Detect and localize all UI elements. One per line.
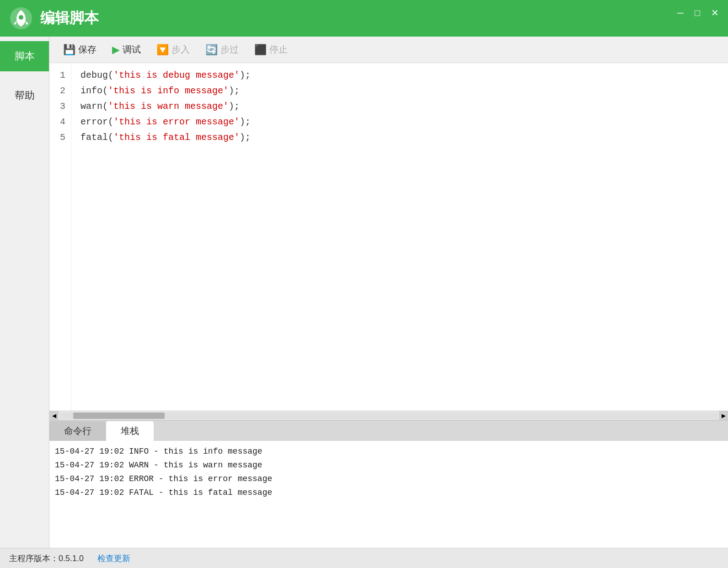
app-logo	[9, 6, 33, 30]
sidebar-item-help[interactable]: 帮助	[0, 80, 49, 111]
bottom-tabs: 命令行 堆栈	[49, 421, 728, 441]
editor-scroll-area[interactable]: 1 2 3 4 5 debug('this is debug message')…	[49, 63, 728, 411]
main-layout: 脚本 帮助 💾 保存 ▶ 调试 🔽 步入 🔄 步过	[0, 37, 728, 548]
code-line-4: error('this is error message');	[80, 114, 719, 130]
console-line-3: 15-04-27 19:02 ERROR - this is error mes…	[55, 472, 723, 486]
line-number-4: 4	[49, 114, 65, 130]
hscroll-right-arrow[interactable]: ▶	[719, 411, 728, 420]
hscroll-track[interactable]	[59, 413, 718, 419]
check-update-link[interactable]: 检查更新	[97, 553, 130, 564]
line-number-2: 2	[49, 83, 65, 99]
window-controls: ─ □ ✕	[677, 8, 719, 17]
code-editor[interactable]: debug('this is debug message'); info('th…	[71, 63, 728, 411]
sidebar-item-script[interactable]: 脚本	[0, 41, 49, 71]
toolbar: 💾 保存 ▶ 调试 🔽 步入 🔄 步过 ⬛ 停止	[49, 37, 728, 63]
sidebar: 脚本 帮助	[0, 37, 49, 548]
title-bar: 编辑脚本 ─ □ ✕	[0, 0, 728, 37]
tab-stack[interactable]: 堆栈	[106, 421, 154, 441]
line-numbers: 1 2 3 4 5	[49, 63, 71, 411]
stop-icon: ⬛	[254, 44, 267, 56]
tab-cmdline[interactable]: 命令行	[49, 421, 106, 441]
code-line-1: debug('this is debug message');	[80, 68, 719, 83]
line-number-1: 1	[49, 68, 65, 83]
code-line-2: info('this is info message');	[80, 83, 719, 99]
save-icon: 💾	[63, 44, 75, 56]
minimize-button[interactable]: ─	[677, 8, 684, 17]
status-bar: 主程序版本：0.5.1.0 检查更新	[0, 548, 728, 568]
horizontal-scrollbar[interactable]: ◀ ▶	[49, 411, 728, 420]
debug-icon: ▶	[112, 44, 120, 56]
step-in-icon: 🔽	[156, 44, 169, 56]
step-over-icon: 🔄	[205, 44, 218, 56]
console-line-4: 15-04-27 19:02 FATAL - this is fatal mes…	[55, 486, 723, 499]
console-output: 15-04-27 19:02 INFO - this is info messa…	[49, 441, 728, 548]
close-button[interactable]: ✕	[711, 8, 719, 17]
console-line-1: 15-04-27 19:02 INFO - this is info messa…	[55, 445, 723, 458]
step-over-button[interactable]: 🔄 步过	[199, 41, 245, 59]
debug-button[interactable]: ▶ 调试	[106, 41, 147, 59]
svg-point-1	[19, 15, 23, 20]
line-number-3: 3	[49, 99, 65, 114]
hscroll-thumb[interactable]	[73, 413, 165, 419]
version-label: 主程序版本：0.5.1.0	[9, 553, 84, 564]
bottom-panel: 命令行 堆栈 15-04-27 19:02 INFO - this is inf…	[49, 420, 728, 548]
editor-area: 1 2 3 4 5 debug('this is debug message')…	[49, 63, 728, 420]
save-button[interactable]: 💾 保存	[57, 41, 103, 59]
hscroll-left-arrow[interactable]: ◀	[49, 411, 59, 420]
code-line-5: fatal('this is fatal message');	[80, 130, 719, 145]
console-line-2: 15-04-27 19:02 WARN - this is warn messa…	[55, 458, 723, 472]
restore-button[interactable]: □	[695, 8, 700, 17]
app-title: 编辑脚本	[40, 8, 99, 28]
step-in-button[interactable]: 🔽 步入	[150, 41, 196, 59]
content-area: 💾 保存 ▶ 调试 🔽 步入 🔄 步过 ⬛ 停止	[49, 37, 728, 548]
stop-button[interactable]: ⬛ 停止	[248, 41, 294, 59]
code-line-3: warn('this is warn message');	[80, 99, 719, 114]
line-number-5: 5	[49, 130, 65, 145]
